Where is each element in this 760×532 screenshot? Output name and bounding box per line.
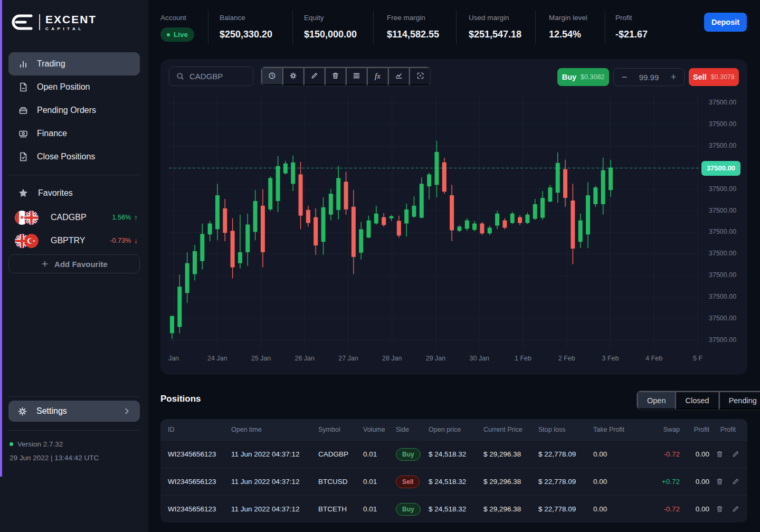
tab-pending[interactable]: Pending xyxy=(719,391,760,410)
chart-settings-button[interactable] xyxy=(282,67,303,86)
chart-panel: fx Buy $0.3082 − + Sell $0.307 xyxy=(160,59,747,375)
x-axis-label: 29 Jan xyxy=(419,355,453,362)
edit-position-icon[interactable] xyxy=(731,450,740,459)
candle xyxy=(185,263,189,293)
cell-take-profit: 0.00 xyxy=(593,478,650,486)
candle xyxy=(525,215,529,223)
cell-volume: 0.01 xyxy=(363,505,396,513)
draw-button[interactable] xyxy=(303,67,325,86)
sidebar-item-trading[interactable]: Trading xyxy=(8,52,140,75)
candle xyxy=(420,184,424,217)
edit-position-icon[interactable] xyxy=(731,477,740,486)
topbar-divider xyxy=(292,11,293,44)
sidebar-item-close-positions[interactable]: Close Positions xyxy=(8,145,140,168)
settings-button[interactable]: Settings xyxy=(8,401,140,422)
y-axis-label: 37500.00 xyxy=(709,293,736,300)
candle xyxy=(465,221,469,229)
cell-symbol: BTCUSD xyxy=(318,478,363,486)
quantity-stepper: − + xyxy=(613,68,685,86)
sidebar-item-label: Finance xyxy=(37,129,67,138)
trash-icon xyxy=(331,71,340,82)
gear-icon xyxy=(17,406,28,417)
quantity-increase-button[interactable]: + xyxy=(669,72,678,83)
document-icon xyxy=(18,82,28,92)
arrow-up-icon: ↑ xyxy=(134,213,138,222)
settings-label: Settings xyxy=(36,406,67,416)
symbol-search[interactable] xyxy=(169,66,253,86)
tab-open[interactable]: Open xyxy=(637,391,675,410)
candle xyxy=(215,195,220,229)
sidebar-item-pending-orders[interactable]: Pending Orders xyxy=(8,99,140,122)
deposit-button[interactable]: Deposit xyxy=(704,13,747,32)
chart-studies-button[interactable] xyxy=(388,67,409,86)
favorite-item-cadgbp[interactable]: CADGBP 1.56% ↑ xyxy=(15,207,138,228)
search-input[interactable] xyxy=(189,72,242,81)
sidebar-item-label: Open Position xyxy=(37,82,90,92)
arrow-down-icon: ↓ xyxy=(134,236,138,245)
time-interval-button[interactable] xyxy=(261,67,282,86)
chart-type-button[interactable] xyxy=(346,67,367,86)
chart-line-icon xyxy=(394,71,403,82)
cell-id: WI2345656123 xyxy=(168,478,231,486)
add-favourite-button[interactable]: Add Favourite xyxy=(8,254,140,273)
candlestick-chart[interactable] xyxy=(169,95,699,348)
time-axis[interactable]: Jan24 Jan25 Jan26 Jan27 Jan28 Jan29 Jan3… xyxy=(169,355,699,364)
candle xyxy=(200,234,204,261)
price-axis[interactable]: 37500.0037500.0037500.0037500.0037500.00… xyxy=(706,95,746,348)
delete-position-icon[interactable] xyxy=(715,477,724,486)
candle xyxy=(321,207,326,242)
brand-name: EXCENT xyxy=(45,14,97,25)
edit-position-icon[interactable] xyxy=(731,505,740,514)
accent-strip xyxy=(0,0,2,477)
candle xyxy=(245,224,250,252)
sell-button[interactable]: Sell $0.3078 xyxy=(689,68,739,86)
quantity-decrease-button[interactable]: − xyxy=(620,72,629,83)
stat-value: -$21.67 xyxy=(615,29,648,40)
star-icon xyxy=(18,188,28,198)
delete-drawing-button[interactable] xyxy=(325,67,346,86)
candle xyxy=(548,187,552,202)
fullscreen-button[interactable] xyxy=(409,67,430,86)
delete-position-icon[interactable] xyxy=(715,505,724,514)
cell-stop-loss: $ 22,778.09 xyxy=(538,450,593,458)
x-axis-label: 5 F xyxy=(680,355,715,362)
table-row[interactable]: WI2345656123 11 Jun 2022 04:37:12 BTCETH… xyxy=(160,495,747,522)
candle xyxy=(563,169,567,198)
plus-icon xyxy=(41,260,49,268)
favorites-title: Favorites xyxy=(38,188,73,198)
topbar: Account Live Balance $250,330.20 Equity … xyxy=(148,0,760,55)
live-dot-icon xyxy=(167,33,170,36)
candle xyxy=(442,163,446,192)
candle xyxy=(578,221,583,242)
y-axis-label: 37500.00 xyxy=(709,228,736,235)
delete-position-icon[interactable] xyxy=(715,450,724,459)
candle xyxy=(299,174,303,215)
candle xyxy=(495,214,499,226)
cell-symbol: BTCETH xyxy=(318,505,363,513)
table-row[interactable]: WI2345656123 11 Jun 2022 04:37:12 BTCUSD… xyxy=(160,468,747,495)
stat-balance: Balance $250,330.20 xyxy=(220,14,272,40)
cell-profit: 0.00 xyxy=(684,478,714,486)
table-row[interactable]: WI2345656123 11 Jun 2022 04:37:12 CADGBP… xyxy=(160,440,747,468)
cell-stop-loss: $ 22,778.09 xyxy=(538,478,593,486)
candle xyxy=(208,223,212,234)
banknote-icon xyxy=(18,128,28,139)
topbar-divider xyxy=(373,11,374,44)
quantity-input[interactable] xyxy=(629,73,669,82)
indicators-button[interactable]: fx xyxy=(367,67,388,86)
candle xyxy=(586,195,590,234)
candle xyxy=(502,221,507,228)
favorite-item-gbptry[interactable]: GBPTRY -0.73% ↓ xyxy=(15,230,138,251)
candle xyxy=(336,178,340,210)
candle xyxy=(344,182,348,209)
brand-subtitle: CAPITAL xyxy=(45,27,97,31)
favorite-symbol: GBPTRY xyxy=(51,236,86,245)
brand-logo-icon xyxy=(11,13,34,32)
y-axis-label: 37500.00 xyxy=(709,250,736,257)
buy-button[interactable]: Buy $0.3082 xyxy=(557,68,609,86)
sidebar-item-open-position[interactable]: Open Position xyxy=(8,75,140,99)
cell-volume: 0.01 xyxy=(363,478,396,486)
tab-closed[interactable]: Closed xyxy=(675,391,718,410)
sidebar-item-finance[interactable]: Finance xyxy=(8,122,140,145)
menu-lines-icon xyxy=(352,71,361,82)
